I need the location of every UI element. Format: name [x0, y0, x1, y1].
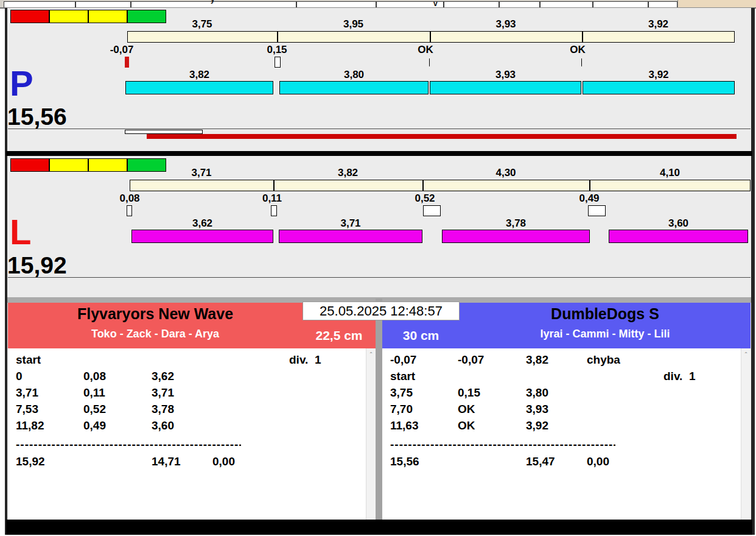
crossing-time-label: OK	[550, 44, 605, 55]
traffic-light-cell	[88, 158, 127, 172]
crossing-ok-tick	[429, 58, 430, 66]
results-cell: 3,75	[390, 385, 413, 400]
reference-bar-tick	[277, 31, 278, 43]
results-cell: OK	[458, 418, 475, 433]
bottom-black-bar	[6, 520, 752, 535]
toolbar-control[interactable]	[75, 1, 131, 8]
reference-split-value: 3,93	[430, 19, 582, 29]
results-cell: chyba	[587, 352, 620, 367]
reference-split-value: 3,71	[130, 168, 273, 178]
results-cell: div. 1	[663, 368, 695, 384]
reference-split-bar	[130, 180, 751, 191]
results-divider-line: ----------------------------------------…	[16, 439, 241, 451]
results-row: 15,5615,470,00	[382, 454, 751, 470]
results-cell: 0,15	[458, 385, 480, 400]
results-cell: 3,78	[152, 401, 174, 417]
toolbar-control[interactable]	[593, 1, 648, 8]
dog-split-value: 3,93	[430, 69, 581, 80]
dog-split-bar	[442, 230, 590, 243]
left-results-textbox[interactable]: ˆ startdiv. 100,083,623,710,113,717,530,…	[8, 348, 376, 520]
right-results-textbox[interactable]: ˆ -0,07-0,073,82chybastartdiv. 13,750,15…	[382, 348, 751, 520]
results-row: startdiv. 1	[8, 352, 376, 368]
dog-split-value: 3,60	[609, 218, 748, 228]
results-divider-line: ----------------------------------------…	[390, 439, 615, 451]
results-cell: 15,56	[390, 454, 419, 469]
results-cell: 0,08	[83, 368, 106, 384]
results-row: 3,710,113,71	[8, 385, 376, 401]
reference-split-value: 3,92	[582, 19, 735, 29]
crossing-gap-box	[588, 205, 606, 216]
team-name: Flyvaryors New Wave	[8, 305, 303, 323]
reference-bar-tick	[430, 31, 431, 43]
reference-bar-tick	[589, 180, 590, 191]
results-row: 15,9214,710,00	[8, 454, 376, 470]
crossing-gap-box	[271, 205, 277, 216]
progress-white-box	[125, 130, 203, 134]
reference-split-bar	[127, 31, 735, 43]
lane-total-time: 15,92	[7, 253, 67, 278]
results-cell: 15,92	[16, 454, 45, 469]
crossing-gap-box	[127, 205, 132, 216]
results-cell: 3,93	[526, 401, 548, 417]
dog-split-bar	[583, 81, 735, 94]
jump-height-label: 22,5 cm	[303, 328, 376, 344]
results-cell: 3,82	[526, 352, 548, 367]
results-cell: 0,11	[83, 385, 105, 400]
toolbar-strip: yv	[0, 0, 756, 8]
results-cell: 0	[16, 368, 23, 384]
dog-split-value: 3,71	[279, 218, 422, 228]
results-cell: 0,52	[83, 401, 106, 417]
dog-split-bar	[279, 230, 422, 243]
results-row: -0,07-0,073,82chyba	[382, 352, 751, 368]
crossing-time-label: 0,52	[397, 193, 452, 203]
toolbar-control[interactable]	[296, 1, 376, 8]
results-row: 7,530,523,78	[8, 401, 376, 418]
dog-split-bar	[131, 230, 273, 243]
lane-letter: L	[10, 214, 31, 250]
results-cell: OK	[458, 401, 475, 417]
traffic-light-cell	[10, 10, 49, 23]
lane-total-time: 15,56	[7, 105, 67, 129]
progress-red-bar	[147, 134, 737, 139]
results-cell: 0,00	[587, 454, 609, 469]
reference-split-value: 3,95	[277, 19, 430, 29]
team-name: DumbleDogs S	[460, 305, 751, 323]
results-cell: 3,62	[152, 368, 174, 384]
crossing-gap-box	[423, 205, 441, 216]
lane-letter: P	[10, 66, 33, 101]
results-cell: 3,60	[152, 418, 174, 433]
jump-height-label: 30 cm	[382, 328, 460, 344]
reference-bar-tick	[273, 180, 275, 191]
results-row: 11,820,493,60	[8, 418, 376, 434]
dog-split-value: 3,80	[279, 69, 429, 80]
dog-split-value: 3,62	[131, 218, 273, 228]
dog-split-bar	[125, 81, 273, 94]
results-row: 11,63OK3,92	[382, 418, 751, 434]
results-cell: 7,53	[16, 401, 38, 417]
team-dog-list: Toko - Zack - Dara - Arya	[8, 327, 303, 340]
traffic-light-cell	[10, 158, 49, 172]
toolbar-control[interactable]	[540, 1, 593, 8]
results-cell: 7,70	[390, 401, 413, 417]
crossing-time-label: 0,15	[250, 44, 304, 55]
reference-split-value: 4,10	[589, 168, 751, 178]
lane-panel-p: P 15,56 3,753,953,933,92-0,070,15OKOK3,8…	[0, 9, 756, 151]
results-cell: start	[390, 368, 415, 384]
results-cell: 0,00	[212, 454, 235, 469]
dog-split-bar	[609, 230, 748, 243]
results-cell: -0,07	[390, 352, 416, 367]
toolbar-control[interactable]	[444, 1, 499, 8]
results-row: startdiv. 1	[382, 368, 751, 385]
results-cell: 3,80	[526, 385, 548, 400]
crossing-time-label: OK	[398, 44, 453, 55]
team-dog-list: Iyrai - Cammi - Mitty - Lili	[460, 327, 751, 340]
crossing-ok-tick	[581, 58, 582, 66]
crossing-time-label: 0,49	[562, 193, 617, 203]
traffic-light-cell	[49, 10, 88, 23]
results-cell: start	[16, 352, 41, 367]
toolbar-control[interactable]	[4, 1, 75, 8]
reference-bar-tick	[422, 180, 424, 191]
toolbar-control[interactable]	[648, 1, 677, 8]
toolbar-control[interactable]	[499, 1, 540, 8]
results-cell: 11,63	[390, 418, 419, 433]
